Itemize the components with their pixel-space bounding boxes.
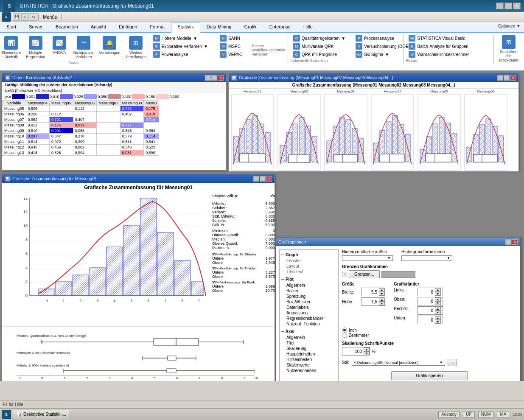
tree-haupteinheiten[interactable]: Haupteinheiten	[281, 351, 336, 357]
breite-spinbox[interactable]: ▲ ▼	[361, 288, 385, 296]
stil-dropdown[interactable]: A Dokumentgröße Normal [modifiziert] ▼	[352, 360, 445, 366]
hoehe-up-btn[interactable]: ▲	[379, 298, 385, 302]
tree-regressionsbander[interactable]: Regressionsbänder	[281, 316, 336, 321]
tab-ansicht[interactable]: Ansicht	[84, 22, 112, 32]
skal-spin-btns[interactable]: ▲ ▼	[364, 347, 370, 355]
skalierung-input[interactable]	[342, 349, 364, 354]
poweranalyse-button[interactable]: P Poweranalyse	[151, 50, 211, 58]
graph-win-controls[interactable]: ─ □ ✕	[497, 75, 516, 81]
links-down[interactable]: ▼	[435, 292, 441, 296]
rechts-up[interactable]: ▲	[435, 307, 441, 311]
rechts-spin-btns[interactable]: ▲ ▼	[435, 307, 441, 314]
rechts-input[interactable]	[418, 308, 435, 314]
tab-enterprise[interactable]: Enterprise	[263, 22, 297, 32]
tab-format[interactable]: Format	[143, 22, 171, 32]
tab-einfuegen[interactable]: Einfügen	[112, 22, 143, 32]
grenzen-checkbox[interactable]: ✓	[342, 272, 347, 277]
meas-maximize-btn[interactable]: □	[260, 176, 266, 182]
maximize-button[interactable]: □	[504, 3, 512, 9]
tree-hilfseinheiten[interactable]: Hilfseinheiten	[281, 357, 336, 362]
batch-button[interactable]: B Batch-Analyse für Gruppen	[406, 42, 491, 50]
graph-close-btn[interactable]: ✕	[510, 75, 516, 81]
vepac-button[interactable]: V VEPAC	[217, 50, 245, 58]
minimize-button[interactable]: ─	[496, 3, 504, 9]
statistica-vb-button[interactable]: VB STATISTICA Visual Basic	[406, 34, 491, 42]
hoehe-down-btn[interactable]: ▼	[379, 302, 385, 305]
breite-input[interactable]	[362, 289, 379, 295]
inch-radio[interactable]	[342, 328, 347, 333]
tree-spreizung[interactable]: Spreizung	[281, 294, 336, 299]
skalierung-spinbox[interactable]: ▲ ▼	[342, 347, 370, 356]
links-input[interactable]	[418, 289, 435, 295]
dialog-win-controls[interactable]: ? ✕	[505, 239, 518, 245]
tab-grafik[interactable]: Grafik	[238, 22, 263, 32]
corr-close-btn[interactable]: ✕	[218, 75, 224, 81]
tab-server[interactable]: Server	[22, 22, 49, 32]
explorative-button[interactable]: E Explorative Verfahren ▼	[151, 42, 211, 50]
tree-boxwhisker[interactable]: Box-Whisker	[281, 299, 336, 305]
nichtparam-button[interactable]: 〜 Nichtparam.Verfahren	[72, 35, 96, 60]
qrk-button[interactable]: Q QRK mit Prognose	[291, 50, 348, 58]
close-button[interactable]: ✕	[513, 3, 521, 9]
meas-minimize-btn[interactable]: ─	[253, 176, 259, 182]
tab-hilfe[interactable]: Hilfe	[297, 22, 319, 32]
rechts-spinbox[interactable]: ▲ ▼	[418, 306, 443, 315]
tree-axis[interactable]: ─ Axis	[281, 328, 336, 335]
dialog-help-btn[interactable]: ?	[505, 239, 511, 245]
zentimeter-radio[interactable]	[342, 333, 347, 338]
graph-minimize-btn[interactable]: ─	[497, 75, 503, 81]
grafik-sperren-button[interactable]: Grafik sperren	[391, 371, 468, 380]
anova-button[interactable]: 📉 ANOVA	[49, 35, 70, 60]
breite-up-btn[interactable]: ▲	[379, 288, 385, 292]
dialog-close-btn[interactable]: ✕	[512, 239, 518, 245]
graph-maximize-btn[interactable]: □	[504, 75, 510, 81]
weitere-button[interactable]: ⊞ WeitereVerteilungen	[123, 35, 148, 60]
unten-input[interactable]	[418, 317, 435, 323]
links-up[interactable]: ▲	[435, 288, 441, 292]
meas-close-btn[interactable]: ✕	[266, 176, 272, 182]
grenzen-button[interactable]: Grenzen...	[349, 270, 380, 278]
meas-win-controls[interactable]: ─ □ ✕	[253, 176, 272, 182]
corr-minimize-btn[interactable]: ─	[205, 75, 211, 81]
hoehere-modelle-button[interactable]: M Höhere Modelle ▼	[151, 34, 211, 42]
statistiken-button[interactable]: ⊞ Statistiken fürBlockdaten	[496, 34, 521, 63]
verteilungen-button[interactable]: 🔔 Verteilungen	[97, 35, 122, 60]
tree-graph[interactable]: ─ Graph	[281, 252, 336, 258]
tree-allgemein-axis[interactable]: Allgemein	[281, 335, 336, 340]
optionen-button[interactable]: Optionen ▼	[495, 22, 524, 32]
hoehe-spinbox[interactable]: ▲ ▼	[361, 297, 385, 306]
tree-skalenwerte[interactable]: Skalenwerte	[281, 362, 336, 368]
unten-down[interactable]: ▼	[435, 320, 441, 324]
qualitaet-button[interactable]: Q Qualitätsregelkarten ▼	[291, 34, 348, 42]
stil-more-btn[interactable]: ...	[448, 359, 457, 366]
tab-statistik[interactable]: Statistik	[171, 22, 200, 33]
hoehe-spin-btns[interactable]: ▲ ▼	[379, 298, 385, 305]
tree-fenster[interactable]: Fenster	[281, 258, 336, 263]
oben-input[interactable]	[418, 299, 435, 304]
tree-nutzerd[interactable]: Nutzerd. Funktion	[281, 321, 336, 327]
oben-spin-btns[interactable]: ▲ ▼	[435, 297, 441, 305]
title-bar-controls[interactable]: ─ □ ✕	[496, 3, 521, 9]
oben-up[interactable]: ▲	[435, 297, 441, 301]
undo-icon[interactable]: ↩	[21, 13, 29, 21]
tree-titel-axis[interactable]: Titel	[281, 340, 336, 346]
tree-titel[interactable]: Titel/Text	[281, 269, 336, 274]
breite-down-btn[interactable]: ▼	[379, 292, 385, 296]
mspc-button[interactable]: M MSPC	[217, 42, 245, 50]
unten-spin-btns[interactable]: ▲ ▼	[435, 316, 441, 324]
oben-down[interactable]: ▼	[435, 301, 441, 305]
tree-datenlabels[interactable]: Datenlabels	[281, 305, 336, 310]
tree-balken[interactable]: Balken	[281, 288, 336, 294]
tree-plot[interactable]: ─ Plot	[281, 276, 336, 283]
multivariate-button[interactable]: M Multivariate QRK	[291, 42, 348, 50]
rechts-down[interactable]: ▼	[435, 311, 441, 314]
hg-aussen-dropdown[interactable]: ▼	[342, 255, 393, 261]
unten-spinbox[interactable]: ▲ ▼	[418, 316, 443, 324]
links-spinbox[interactable]: ▲ ▼	[418, 288, 443, 296]
tab-bearbeiten[interactable]: Bearbeiten	[49, 22, 84, 32]
menu-menus[interactable]: Menüs	[39, 14, 60, 20]
tree-layout[interactable]: Layout	[281, 263, 336, 269]
unten-up[interactable]: ▲	[435, 316, 441, 320]
tree-anpassung[interactable]: Anpassung	[281, 310, 336, 316]
sann-button[interactable]: N SANN	[217, 34, 245, 42]
